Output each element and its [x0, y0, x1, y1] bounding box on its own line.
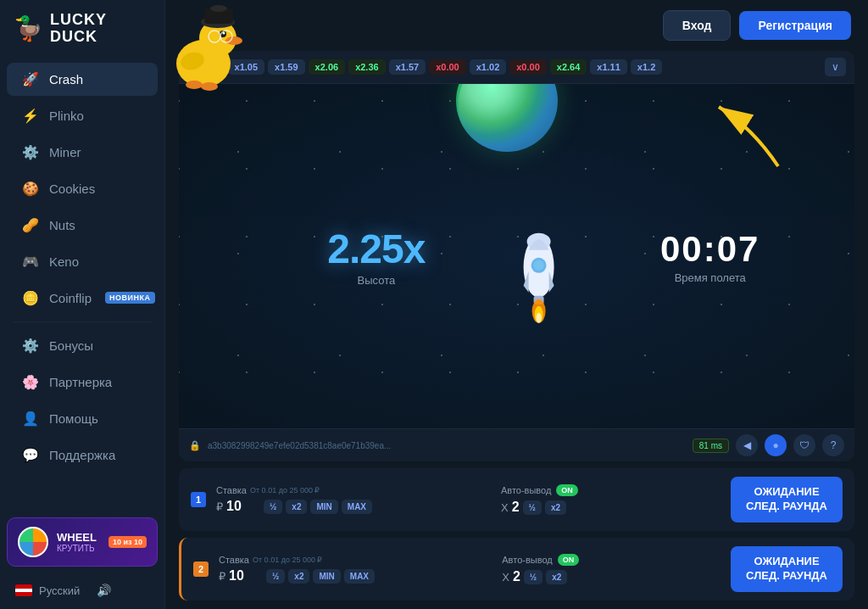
rocket-svg [511, 225, 565, 327]
collapse-button[interactable]: ∨ [825, 58, 846, 76]
wheel-label: WHEEL [57, 531, 97, 545]
bet2-input-row: ₽ 10 ½ x2 MIN MAX [219, 568, 492, 584]
logo-duck-icon: 🦆 [14, 14, 43, 42]
sidebar-item-crash[interactable]: 🚀 Crash [7, 63, 158, 96]
sidebar-item-label: Поддержка [49, 448, 115, 462]
mult-chip: x1.05 [228, 59, 265, 75]
logo-line2: DUCK [50, 29, 107, 46]
hash-text: a3b3082998249e7efe02d5381c8ae0e71b39ea..… [208, 441, 686, 450]
bet1-stake-label: Ставка От 0.01 до 25 000 ₽ [216, 485, 491, 495]
sidebar-item-plinko[interactable]: ⚡ Plinko [7, 99, 158, 132]
bet1-toggle[interactable]: ON [556, 484, 578, 496]
bet2-stake-label: Ставка От 0.01 до 25 000 ₽ [219, 555, 492, 565]
mult-chip: x2.06 [309, 59, 346, 75]
sidebar-item-help[interactable]: 👤 Помощь [7, 402, 158, 435]
game-container: x1.13 x1.05 x1.59 x2.06 x2.36 x1.57 x0.0… [165, 51, 868, 609]
current-multiplier: 2.25x [327, 226, 425, 272]
bet-number-1: 1 [191, 492, 206, 507]
bet2-action-button[interactable]: ОЖИДАНИЕ СЛЕД. РАУНДА [731, 546, 843, 592]
mult-chip: x2.64 [550, 59, 587, 75]
info-button[interactable]: ? [822, 434, 844, 456]
bet2-half-button[interactable]: ½ [266, 569, 285, 584]
sidebar-item-cookies[interactable]: 🍪 Cookies [7, 172, 158, 205]
bet2-auto-x: X [502, 571, 509, 584]
language-selector[interactable]: Русский 🔊 [0, 575, 164, 609]
bet1-currency: ₽ [216, 500, 223, 513]
arrow-annotation [702, 94, 812, 175]
wheel-banner[interactable]: WHEEL КРУТИТЬ 10 из 10 [7, 517, 158, 567]
bet2-double-button[interactable]: x2 [288, 569, 309, 584]
sidebar-item-label: Помощь [49, 411, 98, 426]
sidebar-item-partner[interactable]: 🌸 Партнерка [7, 366, 158, 399]
bet1-auto-x: X [501, 501, 509, 514]
bet1-auto-section: Авто-вывод ON X 2 ½ x2 [501, 484, 721, 515]
sidebar-item-label: Crash [49, 72, 83, 87]
multiplier-bar: x1.13 x1.05 x1.59 x2.06 x2.36 x1.57 x0.0… [179, 51, 854, 84]
bet2-value: 10 [229, 568, 263, 584]
sidebar-item-label: Keno [49, 254, 79, 269]
wheel-icon [18, 527, 48, 557]
new-badge: НОВИНКА [105, 292, 154, 304]
bet-panel-1: 1 Ставка От 0.01 до 25 000 ₽ ₽ 10 ½ x2 M… [179, 468, 854, 531]
sidebar-item-label: Coinflip [49, 291, 92, 305]
bet1-min-button[interactable]: MIN [310, 500, 337, 514]
bet1-double-button[interactable]: x2 [286, 500, 307, 514]
bet2-auto-section: Авто-вывод ON X 2 ½ x2 [502, 554, 721, 584]
sidebar-item-label: Бонусы [49, 338, 93, 353]
bet1-value: 10 [226, 499, 260, 514]
timer-value: 00:07 [660, 229, 760, 270]
wheel-sub: КРУТИТЬ [57, 544, 97, 553]
bet1-action-button[interactable]: ОЖИДАНИЕ СЛЕД. РАУНДА [731, 477, 843, 522]
bet2-max-button[interactable]: MAX [344, 569, 375, 584]
play-button[interactable]: ● [765, 434, 787, 456]
bonus-icon: ⚙️ [22, 338, 39, 354]
bet2-auto-double-button[interactable]: x2 [546, 570, 567, 584]
svg-point-17 [533, 260, 543, 271]
sidebar-item-label: Plinko [49, 109, 84, 123]
ping-badge: 81 ms [693, 439, 729, 453]
bet1-auto-half-button[interactable]: ½ [523, 500, 542, 515]
logo-area[interactable]: 🦆 LUCKY DUCK [0, 0, 164, 54]
bet2-auto-label-row: Авто-вывод ON [502, 554, 721, 566]
bet1-half-button[interactable]: ½ [264, 500, 282, 514]
wheel-info: WHEEL КРУТИТЬ [57, 531, 97, 554]
bet2-min-button[interactable]: MIN [313, 569, 340, 584]
sidebar-item-miner[interactable]: ⚙️ Miner [7, 136, 158, 169]
bet2-auto-half-button[interactable]: ½ [524, 570, 542, 584]
mult-chip: x1.02 [470, 59, 507, 75]
sidebar-item-coinflip[interactable]: 🪙 Coinflip НОВИНКА [7, 282, 158, 315]
lock-icon: 🔒 [189, 440, 201, 451]
mult-chip: x1.59 [268, 59, 305, 75]
sidebar-bottom: WHEEL КРУТИТЬ 10 из 10 [0, 509, 164, 575]
register-button[interactable]: Регистрация [739, 11, 851, 40]
sidebar-item-label: Nuts [49, 218, 75, 232]
nav-items: 🚀 Crash ⚡ Plinko ⚙️ Miner 🍪 Cookies 🥜 Nu… [0, 54, 164, 509]
sidebar-item-nuts[interactable]: 🥜 Nuts [7, 209, 158, 242]
sidebar-item-support[interactable]: 💬 Поддержка [7, 439, 158, 472]
bet2-stake-section: Ставка От 0.01 до 25 000 ₽ ₽ 10 ½ x2 MIN… [219, 555, 492, 584]
plinko-icon: ⚡ [22, 108, 39, 124]
bet1-stake-section: Ставка От 0.01 до 25 000 ₽ ₽ 10 ½ x2 MIN… [216, 485, 491, 514]
logo-text: LUCKY DUCK [50, 12, 107, 46]
mult-chip: x1.57 [389, 59, 426, 75]
bet-panel-2: 2 Ставка От 0.01 до 25 000 ₽ ₽ 10 ½ x2 M… [179, 538, 854, 601]
sidebar-item-bonuses[interactable]: ⚙️ Бонусы [7, 329, 158, 362]
shield-button[interactable]: 🛡 [793, 434, 815, 456]
volume-button[interactable]: ◀ [736, 434, 758, 456]
bet1-auto-double-button[interactable]: x2 [545, 500, 566, 515]
bet2-auto-value-row: X 2 ½ x2 [502, 569, 721, 584]
bet2-auto-num: 2 [513, 569, 520, 584]
bet2-toggle[interactable]: ON [558, 554, 580, 566]
sound-icon[interactable]: 🔊 [97, 584, 111, 597]
mult-chip: x1.11 [590, 59, 627, 75]
coinflip-icon: 🪙 [22, 290, 39, 306]
bet1-input-row: ₽ 10 ½ x2 MIN MAX [216, 499, 491, 514]
bet1-auto-value-row: X 2 ½ x2 [501, 500, 721, 515]
bet1-max-button[interactable]: MAX [342, 500, 372, 514]
sidebar-item-keno[interactable]: 🎮 Keno [7, 245, 158, 278]
flag-icon [15, 584, 32, 596]
miner-icon: ⚙️ [22, 144, 39, 160]
login-button[interactable]: Вход [663, 10, 732, 41]
sidebar-item-label: Cookies [49, 182, 95, 196]
mult-chip: x0.00 [509, 59, 547, 75]
